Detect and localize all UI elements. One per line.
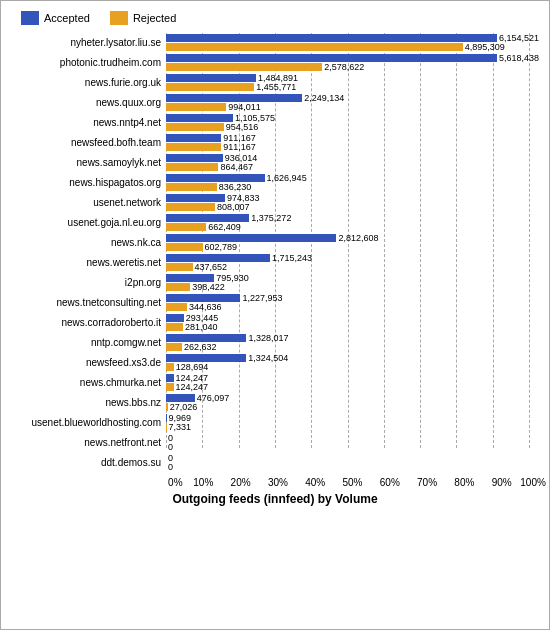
bar-area: 1,105,575954,516 (166, 113, 539, 132)
table-row: usenet.blueworldhosting.com9,9697,331 (11, 413, 539, 432)
accepted-bar-row: 795,930 (166, 274, 539, 282)
accepted-bar-row: 1,227,953 (166, 294, 539, 302)
rejected-bar (166, 163, 218, 171)
x-axis-labels: 0%10%20%30%40%50%60%70%80%90%100% (166, 477, 539, 488)
bar-area: 2,249,134994,011 (166, 93, 539, 112)
rejected-bar (166, 123, 224, 131)
rejected-bar (166, 143, 221, 151)
rejected-value: 808,007 (217, 202, 250, 212)
accepted-bar (166, 354, 246, 362)
bar-area: 2,812,608602,789 (166, 233, 539, 252)
accepted-bar (166, 274, 214, 282)
accepted-bar-row: 1,328,017 (166, 334, 539, 342)
accepted-bar-row: 124,247 (166, 374, 539, 382)
bar-area: 936,014864,467 (166, 153, 539, 172)
row-label: i2pn.org (11, 277, 166, 288)
bar-area: 1,324,504128,694 (166, 353, 539, 372)
bar-area: 1,328,017262,632 (166, 333, 539, 352)
legend-rejected-label: Rejected (133, 12, 176, 24)
accepted-bar (166, 54, 497, 62)
accepted-bar (166, 34, 497, 42)
rejected-bar-row: 437,652 (166, 263, 539, 271)
table-row: news.weretis.net1,715,243437,652 (11, 253, 539, 272)
accepted-bar-row: 1,105,575 (166, 114, 539, 122)
accepted-value: 476,097 (197, 393, 230, 403)
rejected-bar (166, 183, 217, 191)
bar-area: 6,154,5214,895,309 (166, 33, 539, 52)
row-label: usenet.blueworldhosting.com (11, 417, 166, 428)
rejected-bar (166, 303, 187, 311)
table-row: news.nk.ca2,812,608602,789 (11, 233, 539, 252)
rejected-value: 344,636 (189, 302, 222, 312)
rejected-value: 662,409 (208, 222, 241, 232)
rejected-bar-row: 662,409 (166, 223, 539, 231)
row-label: news.bbs.nz (11, 397, 166, 408)
rejected-bar (166, 323, 183, 331)
bar-area: 1,626,945836,230 (166, 173, 539, 192)
legend-accepted-label: Accepted (44, 12, 90, 24)
table-row: news.bbs.nz476,09727,026 (11, 393, 539, 412)
table-row: photonic.trudheim.com5,618,4382,578,622 (11, 53, 539, 72)
chart-area: nyheter.lysator.liu.se6,154,5214,895,309… (11, 33, 539, 473)
bar-area: 476,09727,026 (166, 393, 539, 412)
table-row: news.quux.org2,249,134994,011 (11, 93, 539, 112)
bar-area: 795,930398,422 (166, 273, 539, 292)
accepted-bar-row: 0 (166, 454, 539, 462)
row-label: photonic.trudheim.com (11, 57, 166, 68)
accepted-bar-row: 1,324,504 (166, 354, 539, 362)
accepted-bar (166, 74, 256, 82)
rejected-bar-row: 7,331 (166, 423, 539, 431)
accepted-bar (166, 94, 302, 102)
rejected-value: 1,455,771 (256, 82, 296, 92)
bar-area: 1,715,243437,652 (166, 253, 539, 272)
x-axis-label: 60% (371, 477, 408, 488)
bar-area: 5,618,4382,578,622 (166, 53, 539, 72)
accepted-value: 6,154,521 (499, 33, 539, 43)
table-row: usenet.network974,833808,007 (11, 193, 539, 212)
x-axis-label: 20% (222, 477, 259, 488)
accepted-bar (166, 114, 233, 122)
rejected-bar-row: 2,578,622 (166, 63, 539, 71)
rejected-bar (166, 363, 174, 371)
table-row: news.nntp4.net1,105,575954,516 (11, 113, 539, 132)
rejected-value: 954,516 (226, 122, 259, 132)
legend-rejected-box (110, 11, 128, 25)
rejected-value: 437,652 (195, 262, 228, 272)
row-label: news.weretis.net (11, 257, 166, 268)
rejected-value: 398,422 (192, 282, 225, 292)
row-label: usenet.network (11, 197, 166, 208)
chart-container: Accepted Rejected nyheter.lysator.liu.se… (0, 0, 550, 630)
rejected-bar (166, 403, 168, 411)
accepted-bar-row: 1,715,243 (166, 254, 539, 262)
accepted-bar (166, 134, 221, 142)
table-row: ddt.demos.su00 (11, 453, 539, 472)
row-label: news.corradoroberto.it (11, 317, 166, 328)
row-label: newsfeed.xs3.de (11, 357, 166, 368)
rejected-value: 262,632 (184, 342, 217, 352)
rejected-bar (166, 263, 193, 271)
bar-area: 00 (166, 453, 539, 472)
rejected-value: 281,040 (185, 322, 218, 332)
rejected-value: 7,331 (168, 422, 191, 432)
accepted-value: 1,324,504 (248, 353, 288, 363)
table-row: i2pn.org795,930398,422 (11, 273, 539, 292)
rejected-bar-row: 954,516 (166, 123, 539, 131)
accepted-bar-row: 936,014 (166, 154, 539, 162)
rejected-bar (166, 223, 206, 231)
bar-area: 1,375,272662,409 (166, 213, 539, 232)
accepted-bar-row: 5,618,438 (166, 54, 539, 62)
table-row: nntp.comgw.net1,328,017262,632 (11, 333, 539, 352)
rejected-bar-row: 602,789 (166, 243, 539, 251)
table-row: news.netfront.net00 (11, 433, 539, 452)
legend-accepted: Accepted (21, 11, 90, 25)
accepted-value: 1,328,017 (248, 333, 288, 343)
rejected-value: 911,167 (223, 142, 256, 152)
rejected-value: 27,026 (170, 402, 198, 412)
x-axis-label: 100% (520, 477, 539, 488)
rejected-bar-row: 0 (166, 443, 539, 451)
rejected-bar (166, 283, 190, 291)
rejected-bar (166, 43, 463, 51)
x-axis-label: 0% (166, 477, 185, 488)
rejected-value: 4,895,309 (465, 42, 505, 52)
accepted-bar (166, 314, 184, 322)
